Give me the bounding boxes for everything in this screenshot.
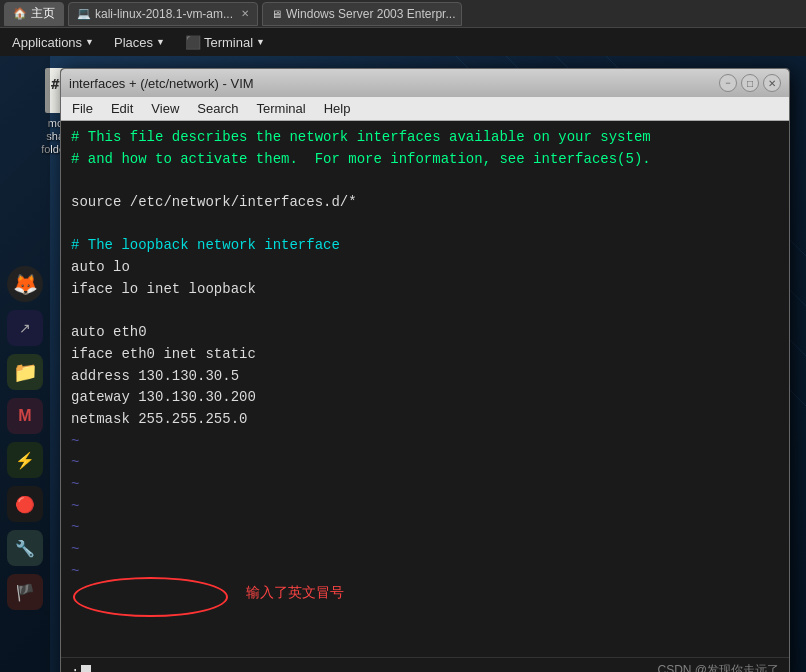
vim-line-10: auto eth0 [71,322,779,344]
menu-terminal-label: Terminal [204,35,253,50]
tool-icon: 🔧 [15,539,35,558]
close-button[interactable]: ✕ [763,74,781,92]
vim-menu-terminal[interactable]: Terminal [254,100,309,117]
menu-applications-label: Applications [12,35,82,50]
red-icon: 🔴 [15,495,35,514]
vim-line-2: # and how to activate them. For more inf… [71,149,779,171]
menu-terminal[interactable]: ⬛ Terminal ▼ [179,33,271,52]
tab-kali[interactable]: 💻 kali-linux-2018.1-vm-am... ✕ [68,2,258,26]
vim-content[interactable]: # This file describes the network interf… [61,121,789,657]
m-icon: M [18,407,31,425]
vim-window: interfaces + (/etc/network) - VIM － □ ✕ … [60,68,790,672]
files-icon: 📁 [13,360,38,384]
desktop: #! mount-shared-folders.sh 🦊 ↗ 📁 M ⚡ 🔴 🔧… [0,56,806,672]
dock-icon-red[interactable]: 🔴 [7,486,43,522]
vim-title: interfaces + (/etc/network) - VIM [69,76,254,91]
vim-menu-help[interactable]: Help [321,100,354,117]
tab-kali-label: kali-linux-2018.1-vm-am... [95,7,233,21]
vim-line-15: ~ [71,431,779,453]
window-controls: － □ ✕ [719,74,781,92]
maximize-button[interactable]: □ [741,74,759,92]
firefox-icon: 🦊 [13,272,38,296]
vim-line-17: ~ [71,474,779,496]
terminal-icon: ⬛ [185,35,201,50]
flag-icon: 🏴 [15,583,35,602]
terminal-arrow-icon: ▼ [256,37,265,47]
statusbar-colon: : [71,665,79,673]
vim-line-16: ~ [71,452,779,474]
annotation-circle [73,577,228,617]
applications-arrow-icon: ▼ [85,37,94,47]
vim-line-21: ~ [71,561,779,583]
vim-titlebar: interfaces + (/etc/network) - VIM － □ ✕ [61,69,789,97]
kali-icon: 💻 [77,7,91,20]
vim-line-13: gateway 130.130.30.200 [71,387,779,409]
vim-line-20: ~ [71,539,779,561]
dock-icon-tool[interactable]: 🔧 [7,530,43,566]
dock-icon-2[interactable]: ↗ [7,310,43,346]
menu-places[interactable]: Places ▼ [108,33,171,52]
home-icon: 🏠 [13,7,27,20]
tab-windows-label: Windows Server 2003 Enterpr... [286,7,455,21]
menu-places-label: Places [114,35,153,50]
dock2-icon: ↗ [19,320,31,336]
tab-home-label: 主页 [31,5,55,22]
vim-line-5 [71,214,779,236]
vim-menu-view[interactable]: View [148,100,182,117]
tab-kali-close[interactable]: ✕ [241,8,249,19]
vim-line-3 [71,170,779,192]
dock-icon-files[interactable]: 📁 [7,354,43,390]
hint-text: 输入了英文冒号 [246,584,344,602]
vim-line-7: auto lo [71,257,779,279]
vim-line-8: iface lo inet loopback [71,279,779,301]
cursor-block [81,665,91,673]
vim-statusbar[interactable]: : CSDN @发现你走远了 [61,657,789,672]
vim-line-9 [71,301,779,323]
dock-icon-m[interactable]: M [7,398,43,434]
top-menubar: Applications ▼ Places ▼ ⬛ Terminal ▼ [0,28,806,56]
vim-line-11: iface eth0 inet static [71,344,779,366]
taskbar: 🏠 主页 💻 kali-linux-2018.1-vm-am... ✕ 🖥 Wi… [0,0,806,28]
menu-applications[interactable]: Applications ▼ [6,33,100,52]
vim-line-4: source /etc/network/interfaces.d/* [71,192,779,214]
vim-line-1: # This file describes the network interf… [71,127,779,149]
vim-menu-search[interactable]: Search [194,100,241,117]
vim-menubar: File Edit View Search Terminal Help [61,97,789,121]
windows-icon: 🖥 [271,8,282,20]
vim-menu-edit[interactable]: Edit [108,100,136,117]
zap-icon: ⚡ [15,451,35,470]
vim-line-14: netmask 255.255.255.0 [71,409,779,431]
sidebar-dock: 🦊 ↗ 📁 M ⚡ 🔴 🔧 🏴 [0,56,50,672]
dock-icon-firefox[interactable]: 🦊 [7,266,43,302]
dock-icon-flag[interactable]: 🏴 [7,574,43,610]
minimize-button[interactable]: － [719,74,737,92]
tab-home[interactable]: 🏠 主页 [4,2,64,26]
vim-line-6: # The loopback network interface [71,235,779,257]
tab-windows[interactable]: 🖥 Windows Server 2003 Enterpr... ✕ [262,2,462,26]
dock-icon-zap[interactable]: ⚡ [7,442,43,478]
vim-menu-file[interactable]: File [69,100,96,117]
places-arrow-icon: ▼ [156,37,165,47]
vim-line-19: ~ [71,517,779,539]
vim-line-12: address 130.130.30.5 [71,366,779,388]
watermark: CSDN @发现你走远了 [657,662,779,672]
vim-line-18: ~ [71,496,779,518]
